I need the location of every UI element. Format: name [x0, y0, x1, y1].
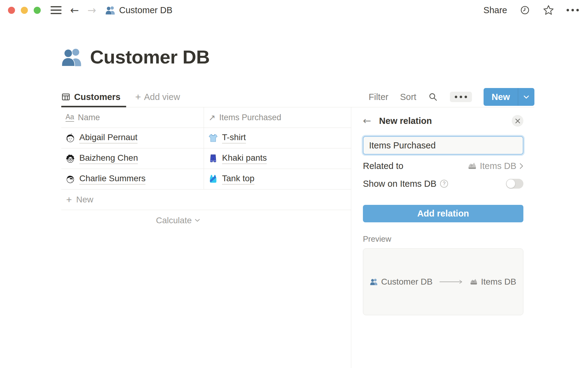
tank-top-icon	[209, 174, 218, 184]
view-toolbar: Customers + Add view Filter Sort New	[61, 87, 534, 107]
table-row: Charlie Summers Tank top	[61, 169, 351, 190]
view-controls: Filter Sort New	[369, 88, 534, 106]
page-title[interactable]: Customer DB	[90, 46, 210, 68]
add-relation-button[interactable]: Add relation	[363, 205, 523, 222]
breadcrumb-title: Customer DB	[119, 5, 172, 15]
new-relation-panel: ← New relation Related to Items DB	[351, 107, 588, 368]
title-property-icon: Aa	[66, 113, 74, 121]
window-zoom-button[interactable]	[34, 7, 41, 14]
updates-clock-icon[interactable]	[519, 5, 530, 16]
jeans-icon	[209, 154, 218, 163]
preview-target-name: Items DB	[481, 277, 516, 287]
topbar-actions: Share	[484, 4, 579, 16]
new-button[interactable]: New	[484, 88, 518, 106]
search-icon[interactable]	[428, 92, 438, 102]
tab-customers[interactable]: Customers	[61, 87, 126, 107]
chevron-right-icon	[519, 163, 523, 169]
name-cell[interactable]: Charlie Summers	[61, 169, 204, 189]
window-close-button[interactable]	[8, 7, 15, 14]
relation-preview-box: Customer DB Items DB	[363, 248, 523, 315]
page-link[interactable]: T-shirt	[222, 132, 246, 144]
view-options-icon[interactable]	[450, 92, 472, 102]
new-row-button[interactable]: + New	[61, 190, 351, 210]
column-items-label: Items Purchased	[219, 113, 281, 122]
panel-back-arrow-icon[interactable]: ←	[363, 116, 371, 126]
busts-icon	[105, 5, 115, 15]
new-row-label: New	[76, 195, 93, 205]
panel-title: New relation	[379, 116, 432, 126]
sort-button[interactable]: Sort	[400, 92, 416, 102]
preview-source-name: Customer DB	[381, 277, 432, 287]
window-minimize-button[interactable]	[21, 7, 28, 14]
window-titlebar: ← → Customer DB Share	[0, 0, 588, 20]
preview-source: Customer DB	[370, 277, 432, 287]
page-link[interactable]: Abigail Pernaut	[79, 132, 138, 144]
relation-property-icon: ↗	[209, 113, 216, 122]
share-button[interactable]: Share	[484, 5, 507, 15]
calculate-button[interactable]: Calculate	[61, 210, 204, 231]
page-header: Customer DB	[61, 46, 210, 68]
items-cell[interactable]: Tank top	[204, 169, 351, 189]
busts-icon	[370, 278, 378, 286]
preview-label: Preview	[363, 234, 391, 244]
items-cell[interactable]: T-shirt	[204, 128, 351, 148]
related-database-name: Items DB	[480, 161, 516, 171]
table-header-row: Aa Name ↗ Items Purchased	[61, 107, 351, 128]
add-view-label: Add view	[144, 92, 180, 102]
panel-header: ← New relation	[363, 114, 523, 128]
customers-table: Aa Name ↗ Items Purchased Abigail Pernau…	[61, 107, 351, 231]
show-on-toggle[interactable]	[506, 179, 523, 189]
plus-icon: +	[66, 195, 72, 205]
column-header-name[interactable]: Aa Name	[61, 107, 204, 128]
calculate-label: Calculate	[156, 216, 192, 225]
page-link[interactable]: Tank top	[222, 174, 254, 185]
sneaker-icon	[470, 278, 478, 286]
tshirt-icon	[209, 133, 218, 143]
new-dropdown-chevron-icon[interactable]	[518, 88, 534, 106]
show-on-label: Show on Items DB	[363, 179, 436, 189]
help-icon[interactable]: ?	[440, 180, 448, 188]
window-controls	[8, 7, 41, 14]
page-link[interactable]: Charlie Summers	[79, 174, 145, 185]
add-view-button[interactable]: + Add view	[135, 92, 180, 102]
table-row: Baizheng Chen Khaki pants	[61, 148, 351, 169]
relation-name-input[interactable]	[363, 136, 523, 155]
sidebar-toggle-icon[interactable]	[51, 6, 62, 14]
sneaker-icon	[468, 161, 477, 171]
column-header-items-purchased[interactable]: ↗ Items Purchased	[204, 107, 351, 128]
table-row: Abigail Pernaut T-shirt	[61, 128, 351, 148]
close-icon[interactable]	[512, 115, 523, 127]
favorite-star-icon[interactable]	[543, 4, 554, 16]
items-cell[interactable]: Khaki pants	[204, 148, 351, 169]
show-on-row: Show on Items DB ?	[363, 176, 523, 191]
column-name-label: Name	[78, 113, 100, 122]
related-database-selector[interactable]: Items DB	[468, 161, 523, 171]
filter-button[interactable]: Filter	[369, 92, 388, 102]
more-options-icon[interactable]	[567, 9, 579, 11]
name-cell[interactable]: Abigail Pernaut	[61, 128, 204, 148]
related-to-row: Related to Items DB	[363, 158, 523, 174]
preview-target: Items DB	[470, 277, 516, 287]
avatar	[66, 174, 75, 184]
long-arrow-right-icon	[439, 279, 463, 284]
page-link[interactable]: Baizheng Chen	[79, 153, 138, 164]
avatar	[66, 133, 75, 143]
avatar	[66, 154, 75, 163]
page-link[interactable]: Khaki pants	[222, 153, 267, 164]
plus-icon: +	[135, 92, 141, 102]
forward-button[interactable]: →	[88, 5, 96, 15]
table-view-icon	[61, 92, 70, 102]
new-button-group: New	[484, 88, 534, 106]
back-button[interactable]: ←	[70, 5, 79, 15]
page-busts-icon[interactable]	[61, 46, 83, 68]
tab-label: Customers	[74, 92, 121, 102]
name-cell[interactable]: Baizheng Chen	[61, 148, 204, 169]
breadcrumb[interactable]: Customer DB	[105, 5, 172, 15]
chevron-down-icon	[195, 219, 200, 222]
related-to-label: Related to	[363, 161, 403, 171]
